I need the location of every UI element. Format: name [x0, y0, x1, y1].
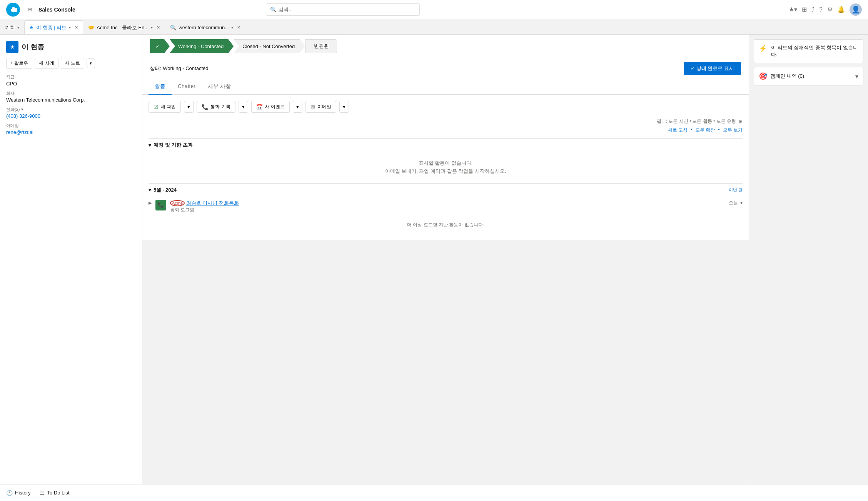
field-email: 이메일 rene@rtzr.ai: [6, 123, 136, 135]
user-avatar[interactable]: 👤: [850, 3, 862, 16]
tab-acme-close[interactable]: ✕: [157, 25, 160, 30]
todo-label: To Do List: [47, 490, 69, 496]
month-header: ▾ 5월 · 2024 이번 달: [149, 183, 743, 197]
record-tabs: 활동 Chatter 세부 사항: [142, 79, 749, 95]
activity-title-link[interactable]: 최승호 이사님 전화통화: [186, 200, 239, 206]
lead-header: ★ 이 현종: [6, 41, 136, 53]
new-event-button[interactable]: 📅 새 이벤트: [251, 101, 290, 113]
settings-icon[interactable]: ⚙: [827, 6, 833, 13]
tab-leads-dropdown[interactable]: ▾: [17, 25, 19, 30]
email-button[interactable]: ✉ 이메일: [305, 101, 336, 113]
alert-icon: ⚡: [759, 44, 767, 53]
status-step-4[interactable]: 변환됨: [305, 39, 337, 53]
activity-date-dropdown[interactable]: ▾: [740, 200, 743, 205]
status-text: 상태: Working - Contacted: [150, 65, 208, 72]
tab-bar: 기회 ▾ ★ 이 현종 | 리드 ▾ ✕ 🤝 Acme Inc - 콜라보 En…: [0, 19, 868, 35]
scheduled-collapse-icon: ▾: [149, 142, 151, 148]
history-item[interactable]: 🕐 History: [6, 490, 30, 496]
status-step-3[interactable]: Closed - Not Converted: [234, 39, 305, 53]
tab-activity[interactable]: 활동: [149, 79, 172, 95]
campaign-expand-icon[interactable]: ▾: [855, 73, 858, 80]
lead-avatar: ★: [6, 41, 18, 53]
scheduled-section-label: 예정 및 기한 초과: [154, 142, 193, 149]
salesforce-logo[interactable]: [6, 3, 20, 17]
search-input[interactable]: [279, 7, 416, 12]
help-icon[interactable]: ?: [819, 6, 823, 13]
view-all-link[interactable]: 모두 보기: [723, 127, 743, 134]
field-company-value: Western Telecommunications Corp.: [6, 97, 136, 103]
field-email-value[interactable]: rene@rtzr.ai: [6, 129, 136, 135]
filter-text: 필터: 모든 시간 • 모든 활동 • 모든 유형: [657, 118, 736, 125]
activity-section: ☑ 새 과업 ▾ 📞 통화 기록 ▾ 📅 새 이벤트 ▾ ✉: [142, 95, 749, 240]
call-log-dropdown[interactable]: ▾: [239, 101, 248, 113]
status-step-2-label: Working - Contacted: [178, 43, 224, 49]
new-task-button[interactable]: ☑ 새 과업: [149, 101, 181, 113]
todo-item[interactable]: ☰ To Do List: [40, 490, 69, 496]
scheduled-section-header[interactable]: ▾ 예정 및 기한 초과: [149, 138, 743, 152]
tab-lead-detail[interactable]: ★ 이 현종 | 리드 ▾ ✕: [24, 20, 83, 34]
new-case-button[interactable]: 새 사례: [35, 58, 58, 69]
no-more-text: 더 이상 로드할 지난 활동이 없습니다.: [149, 216, 743, 234]
phone-dropdown-icon[interactable]: ▾: [21, 107, 23, 112]
bell-icon[interactable]: 🔔: [837, 6, 845, 13]
status-info-row: 상태: Working - Contacted ✓ 상태 완료로 표시: [142, 58, 749, 79]
campaign-icon: 🎯: [759, 72, 767, 80]
tab-lead-detail-dropdown[interactable]: ▾: [69, 25, 71, 30]
new-note-button[interactable]: 새 노트: [61, 58, 84, 69]
call-log-button[interactable]: 📞 통화 기록: [197, 101, 235, 113]
event-icon: 📅: [256, 104, 263, 110]
tab-lead-detail-icon: ★: [29, 25, 34, 30]
field-phone-value[interactable]: (408) 326-9000: [6, 113, 136, 119]
status-step-3-label: Closed - Not Converted: [242, 43, 295, 49]
expand-all-link[interactable]: 모두 확장: [695, 127, 715, 134]
actions-dropdown-button[interactable]: ▾: [87, 58, 95, 68]
share-icon[interactable]: ⤴: [811, 6, 815, 13]
favorites-icon[interactable]: ★▾: [789, 6, 797, 13]
empty-state-line2: 이메일 보내기, 과업 예약과 같은 작업을 시작하십시오.: [156, 167, 735, 175]
tab-western-dropdown[interactable]: ▾: [231, 25, 233, 30]
todo-icon: ☰: [40, 490, 45, 496]
activity-expand-icon[interactable]: ▶: [149, 200, 152, 205]
tab-acme[interactable]: 🤝 Acme Inc - 콜라보 En... ▾ ✕: [83, 20, 165, 34]
activity-title: Acme 최승호 이사님 전화통화: [170, 200, 725, 207]
app-title: Sales Console: [38, 7, 75, 13]
month-collapse-icon[interactable]: ▾: [149, 187, 151, 193]
tab-western[interactable]: 🔍 western telecommun... ▾ ✕: [165, 20, 245, 34]
campaign-title: 캠페인 내역 (0): [770, 73, 804, 80]
status-step-1[interactable]: ✓: [150, 39, 170, 53]
new-event-dropdown[interactable]: ▾: [293, 101, 302, 113]
activity-sub: 통화 로그함: [170, 207, 725, 213]
email-icon: ✉: [310, 104, 315, 110]
status-bar: ✓ Working - Contacted Closed - Not Conve…: [142, 35, 749, 58]
filter-gear-icon[interactable]: ⚙: [738, 119, 743, 124]
tab-lead-detail-close[interactable]: ✕: [75, 25, 78, 30]
activity-content: Acme 최승호 이사님 전화통화 통화 로그함: [170, 200, 725, 213]
tab-acme-dropdown[interactable]: ▾: [151, 25, 153, 30]
lead-avatar-icon: ★: [10, 44, 15, 50]
refresh-link[interactable]: 새로 고침: [668, 127, 688, 134]
top-nav: ⊞ Sales Console 🔍 ★▾ ⊞ ⤴ ? ⚙ 🔔 👤: [0, 0, 868, 19]
bottom-bar: 🕐 History ☰ To Do List: [0, 484, 868, 501]
activity-date-value: 오늘: [729, 200, 738, 206]
add-icon[interactable]: ⊞: [802, 6, 807, 13]
new-task-dropdown[interactable]: ▾: [184, 101, 194, 113]
email-dropdown[interactable]: ▾: [339, 101, 349, 113]
field-company-label: 회사: [6, 90, 136, 96]
task-icon: ☑: [154, 104, 159, 110]
tab-western-close[interactable]: ✕: [237, 25, 240, 30]
activity-acme-link[interactable]: Acme: [170, 200, 185, 206]
status-step-4-label: 변환됨: [314, 43, 329, 50]
alert-text: 이 리드의 잠재적인 중복 항목이 없습니다.: [771, 44, 858, 58]
complete-status-button[interactable]: ✓ 상태 완료로 표시: [684, 62, 741, 75]
status-step-2[interactable]: Working - Contacted: [170, 39, 234, 53]
tab-leads[interactable]: 기회 ▾: [0, 20, 24, 34]
grid-icon[interactable]: ⊞: [25, 4, 35, 15]
center-panel: ✓ Working - Contacted Closed - Not Conve…: [142, 35, 749, 484]
tab-western-label: western telecommun...: [179, 25, 229, 30]
search-bar[interactable]: 🔍: [266, 3, 420, 16]
tab-details[interactable]: 세부 사항: [202, 79, 237, 95]
record-panel: ✓ Working - Contacted Closed - Not Conve…: [142, 35, 749, 240]
follow-button[interactable]: + 팔로우: [6, 58, 32, 69]
refresh-links: 새로 고침 • 모두 확장 • 모두 보기: [149, 127, 743, 134]
tab-chatter[interactable]: Chatter: [172, 79, 202, 95]
